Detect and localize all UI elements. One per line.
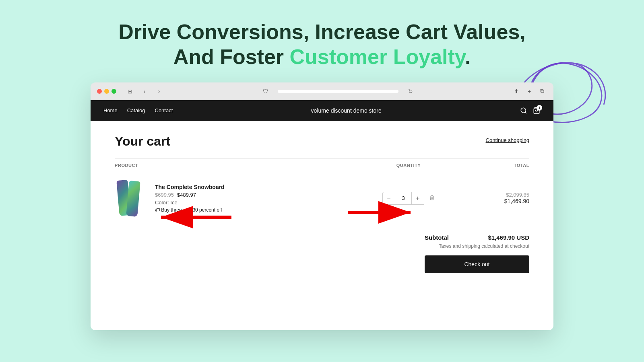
svg-point-0 (521, 108, 526, 113)
nav-catalog[interactable]: Catalog (127, 107, 145, 113)
add-tab-icon[interactable]: + (524, 86, 534, 96)
traffic-light-minimize[interactable] (104, 89, 109, 94)
price-sale: $489.97 (177, 192, 196, 198)
cart-header: Your cart Continue shopping (115, 134, 529, 149)
col-header-quantity: QUANTITY (368, 163, 449, 168)
product-name: The Complete Snowboard (155, 184, 368, 190)
reload-icon[interactable]: ↻ (405, 87, 416, 95)
subtotal-label: Subtotal (425, 234, 449, 241)
subtotal-value: $1,469.90 USD (488, 234, 529, 241)
col-header-product: PRODUCT (115, 163, 368, 168)
snowboard-right (126, 181, 140, 217)
nav-links: Home Catalog Contact (103, 107, 173, 113)
tab-grid-icon[interactable]: ⊞ (124, 87, 136, 95)
product-prices: $699.95 $489.97 (155, 192, 368, 198)
hero-line2-prefix: And Foster (173, 45, 290, 68)
nav-home[interactable]: Home (103, 107, 118, 113)
product-color: Color: Ice (155, 200, 368, 206)
arrow-right (346, 200, 419, 224)
item-total: $2,099.85 $1,469.90 (449, 192, 529, 204)
nav-right: 1 (520, 107, 541, 115)
browser-controls: ⊞ ‹ › (124, 87, 165, 95)
traffic-light-maximize[interactable] (111, 89, 116, 94)
cart-summary: Subtotal $1,469.90 USD Taxes and shippin… (425, 234, 529, 273)
traffic-lights (97, 89, 116, 94)
hero-line2-suffix: . (465, 45, 471, 68)
hero-highlight: Customer Loyalty (290, 45, 465, 68)
store-nav: Home Catalog Contact volume discount dem… (91, 100, 553, 121)
checkout-button[interactable]: Check out (425, 255, 529, 273)
address-bar[interactable] (278, 90, 398, 93)
total-original: $2,099.85 (449, 192, 529, 198)
col-header-total: TOTAL (449, 163, 529, 168)
back-button[interactable]: ‹ (139, 87, 150, 95)
cart-badge: 1 (537, 105, 542, 111)
delete-item-button[interactable] (429, 195, 435, 202)
store-name: volume discount demo store (173, 107, 520, 114)
cart-table-header: PRODUCT QUANTITY TOTAL (115, 158, 529, 172)
arrow-left (153, 205, 233, 229)
traffic-light-close[interactable] (97, 89, 102, 94)
price-original: $699.95 (155, 192, 174, 198)
forward-button[interactable]: › (153, 87, 165, 95)
shield-icon: 🛡 (260, 87, 271, 95)
tabs-icon[interactable]: ⧉ (537, 86, 547, 96)
svg-line-1 (525, 112, 526, 113)
browser-chrome: ⊞ ‹ › 🛡 ↻ ⬆ + ⧉ (91, 82, 553, 100)
cart-footer: Subtotal $1,469.90 USD Taxes and shippin… (115, 224, 529, 273)
tax-note: Taxes and shipping calculated at checkou… (425, 243, 529, 249)
cart-icon[interactable]: 1 (533, 107, 541, 115)
search-icon[interactable] (520, 107, 528, 115)
browser-actions: ⬆ + ⧉ (512, 86, 547, 96)
browser-address: 🛡 ↻ (169, 87, 507, 95)
total-sale: $1,469.90 (449, 198, 529, 204)
hero-line1: Drive Conversions, Increase Cart Values, (118, 20, 526, 43)
cart-title: Your cart (115, 134, 170, 149)
subtotal-row: Subtotal $1,469.90 USD (425, 234, 529, 241)
hero-title: Drive Conversions, Increase Cart Values,… (0, 19, 644, 70)
continue-shopping-link[interactable]: Continue shopping (486, 137, 529, 143)
hero-section: Drive Conversions, Increase Cart Values,… (0, 0, 644, 82)
nav-contact[interactable]: Contact (155, 107, 173, 113)
product-image (115, 180, 147, 216)
share-icon[interactable]: ⬆ (512, 86, 521, 96)
